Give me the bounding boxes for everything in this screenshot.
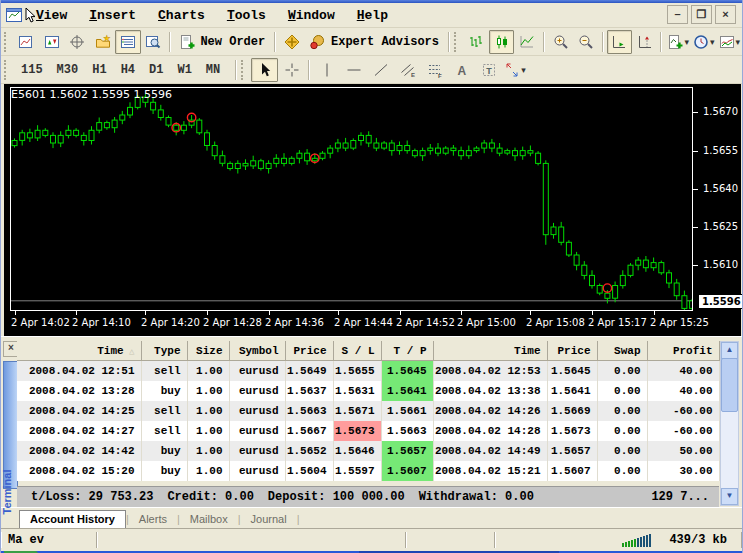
strategy-tester-button[interactable] bbox=[141, 30, 166, 54]
history-cell-open_time[interactable]: 2008.04.02 13:28 bbox=[17, 381, 141, 401]
period-button-m30[interactable]: M30 bbox=[50, 60, 86, 80]
market-watch-button[interactable] bbox=[39, 30, 64, 54]
history-cell-size[interactable]: 1.00 bbox=[187, 421, 229, 441]
history-cell-sl[interactable]: 1.5597 bbox=[333, 461, 381, 481]
history-cell-tp[interactable]: 1.5657 bbox=[381, 441, 433, 461]
new-chart-button[interactable] bbox=[14, 30, 39, 54]
history-cell-open_time[interactable]: 2008.04.02 14:42 bbox=[17, 441, 141, 461]
expert-advisors-label[interactable]: Expert Advisors bbox=[331, 35, 439, 49]
chart-shift-button[interactable] bbox=[632, 30, 657, 54]
history-row[interactable]: 2008.04.02 14:25sell1.00eurusd1.56631.56… bbox=[17, 401, 719, 421]
history-row[interactable]: 2008.04.02 15:20buy1.00eurusd1.56041.559… bbox=[17, 461, 719, 481]
history-cell-sl[interactable]: 1.5671 bbox=[333, 401, 381, 421]
restore-button[interactable]: ❐ bbox=[691, 5, 712, 24]
history-cell-sl[interactable]: 1.5655 bbox=[333, 361, 381, 382]
history-cell-symbol[interactable]: eurusd bbox=[229, 361, 285, 382]
tab-journal[interactable]: Journal bbox=[241, 511, 297, 528]
terminal-button[interactable] bbox=[115, 30, 140, 54]
history-cell-type[interactable]: sell bbox=[141, 421, 187, 441]
history-cell-symbol[interactable]: eurusd bbox=[229, 401, 285, 421]
arrow-tools-button[interactable]: ▾ bbox=[502, 59, 528, 81]
column-header-tp[interactable]: T / P bbox=[381, 341, 433, 361]
tab-mailbox[interactable]: Mailbox bbox=[180, 511, 238, 528]
tab-alerts[interactable]: Alerts bbox=[129, 511, 177, 528]
toolbar-grip[interactable] bbox=[241, 60, 248, 80]
history-cell-size[interactable]: 1.00 bbox=[187, 381, 229, 401]
crosshair-button[interactable] bbox=[278, 58, 305, 82]
trendline-button[interactable] bbox=[367, 58, 394, 82]
history-cell-sl[interactable]: 1.5646 bbox=[333, 441, 381, 461]
history-cell-open_price[interactable]: 1.5663 bbox=[285, 401, 333, 421]
history-cell-close_time[interactable]: 2008.04.02 12:53 bbox=[433, 361, 547, 382]
templates-button[interactable]: ▾ bbox=[717, 31, 743, 53]
history-cell-close_price[interactable]: 1.5641 bbox=[547, 381, 597, 401]
history-cell-size[interactable]: 1.00 bbox=[187, 361, 229, 382]
history-cell-swap[interactable]: 0.00 bbox=[597, 381, 647, 401]
column-header-symbol[interactable]: Symbol bbox=[229, 341, 285, 361]
history-cell-close_time[interactable]: 2008.04.02 14:26 bbox=[433, 401, 547, 421]
history-cell-open_time[interactable]: 2008.04.02 14:25 bbox=[17, 401, 141, 421]
menu-item-charts[interactable]: Charts bbox=[147, 6, 216, 25]
history-cell-open_price[interactable]: 1.5637 bbox=[285, 381, 333, 401]
toolbar-grip[interactable] bbox=[4, 60, 11, 80]
text-button[interactable]: A bbox=[448, 58, 475, 82]
period-button-w1[interactable]: W1 bbox=[170, 60, 198, 80]
column-header-sl[interactable]: S / L bbox=[333, 341, 381, 361]
history-cell-profit[interactable]: 30.00 bbox=[647, 461, 719, 481]
horizontal-line-button[interactable] bbox=[340, 58, 367, 82]
history-cell-symbol[interactable]: eurusd bbox=[229, 421, 285, 441]
history-cell-profit[interactable]: -60.00 bbox=[647, 421, 719, 441]
scroll-up-icon[interactable]: ▲ bbox=[721, 342, 738, 359]
column-header-price-close[interactable]: Price bbox=[547, 341, 597, 361]
period-button-115[interactable]: 115 bbox=[14, 60, 50, 80]
period-button-h1[interactable]: H1 bbox=[85, 60, 113, 80]
terminal-side-tab[interactable]: Terminal bbox=[1, 458, 17, 528]
menu-item-tools[interactable]: Tools bbox=[216, 6, 277, 25]
history-cell-type[interactable]: buy bbox=[141, 381, 187, 401]
history-cell-open_time[interactable]: 2008.04.02 12:51 bbox=[17, 361, 141, 382]
history-cell-symbol[interactable]: eurusd bbox=[229, 381, 285, 401]
cursor-button[interactable] bbox=[251, 58, 278, 82]
toolbar-grip[interactable] bbox=[4, 32, 11, 52]
metaeditor-button[interactable] bbox=[279, 30, 304, 54]
history-cell-swap[interactable]: 0.00 bbox=[597, 461, 647, 481]
auto-scroll-button[interactable] bbox=[607, 30, 632, 54]
text-label-button[interactable]: T bbox=[475, 58, 502, 82]
column-header-size[interactable]: Size bbox=[187, 341, 229, 361]
indicators-button[interactable]: ▾ bbox=[665, 31, 691, 53]
terminal-scrollbar[interactable]: ▲ ▼ bbox=[720, 341, 739, 506]
history-row[interactable]: 2008.04.02 14:42buy1.00eurusd1.56521.564… bbox=[17, 441, 719, 461]
history-cell-tp[interactable]: 1.5641 bbox=[381, 381, 433, 401]
period-button-mn[interactable]: MN bbox=[199, 60, 227, 80]
scroll-down-icon[interactable]: ▼ bbox=[721, 488, 738, 505]
history-cell-open_price[interactable]: 1.5604 bbox=[285, 461, 333, 481]
menu-item-help[interactable]: Help bbox=[346, 6, 399, 25]
history-cell-swap[interactable]: 0.00 bbox=[597, 421, 647, 441]
history-cell-open_time[interactable]: 2008.04.02 14:27 bbox=[17, 421, 141, 441]
zoom-out-button[interactable] bbox=[573, 30, 598, 54]
history-cell-type[interactable]: sell bbox=[141, 361, 187, 382]
history-row[interactable]: 2008.04.02 13:28buy1.00eurusd1.56371.563… bbox=[17, 381, 719, 401]
line-chart-button[interactable] bbox=[514, 30, 539, 54]
history-cell-profit[interactable]: -60.00 bbox=[647, 401, 719, 421]
history-cell-open_price[interactable]: 1.5649 bbox=[285, 361, 333, 382]
history-cell-tp[interactable]: 1.5661 bbox=[381, 401, 433, 421]
scrollbar-thumb[interactable] bbox=[721, 358, 738, 412]
history-cell-close_time[interactable]: 2008.04.02 14:49 bbox=[433, 441, 547, 461]
minimize-button[interactable]: – bbox=[667, 5, 688, 24]
history-cell-swap[interactable]: 0.00 bbox=[597, 361, 647, 382]
column-header-time-close[interactable]: Time bbox=[433, 341, 547, 361]
history-cell-symbol[interactable]: eurusd bbox=[229, 441, 285, 461]
history-cell-close_time[interactable]: 2008.04.02 15:21 bbox=[433, 461, 547, 481]
column-header-profit-close[interactable]: Profit bbox=[647, 341, 719, 361]
history-cell-open_price[interactable]: 1.5652 bbox=[285, 441, 333, 461]
history-cell-close_price[interactable]: 1.5607 bbox=[547, 461, 597, 481]
history-cell-sl[interactable]: 1.5631 bbox=[333, 381, 381, 401]
history-cell-close_time[interactable]: 2008.04.02 14:28 bbox=[433, 421, 547, 441]
history-cell-profit[interactable]: 40.00 bbox=[647, 381, 719, 401]
close-button[interactable]: × bbox=[715, 5, 736, 24]
zoom-in-button[interactable] bbox=[548, 30, 573, 54]
history-row[interactable]: 2008.04.02 12:51sell1.00eurusd1.56491.56… bbox=[17, 361, 719, 382]
new-order-button[interactable] bbox=[174, 30, 199, 54]
fibonacci-button[interactable]: F bbox=[421, 58, 448, 82]
